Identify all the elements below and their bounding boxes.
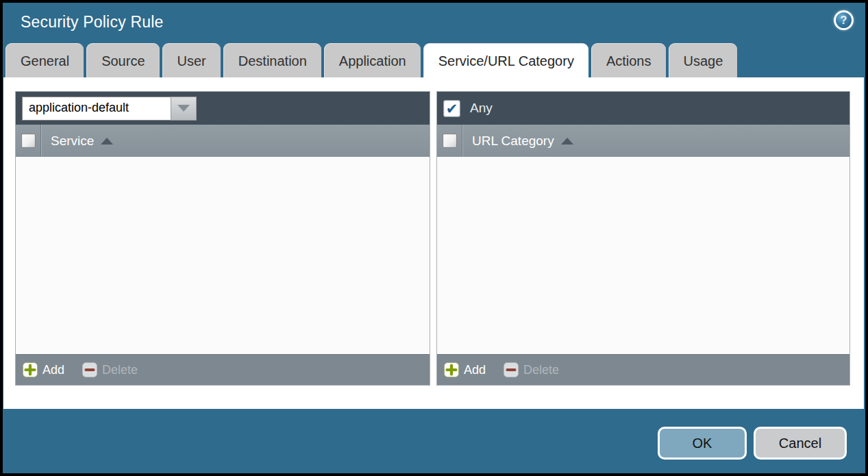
security-policy-rule-dialog: Security Policy Rule ? General Source Us… [3,3,865,473]
url-category-select-all-cell [437,125,462,157]
any-checkbox[interactable]: ✔ [443,100,460,117]
tab-source[interactable]: Source [86,43,159,77]
service-panel-footer: Add Delete [16,354,430,385]
service-type-dropdown-value[interactable]: application-default [22,97,171,121]
url-category-select-all-checkbox[interactable] [443,134,457,148]
service-panel: application-default Service [15,91,430,386]
dialog-title: Security Policy Rule [21,13,164,32]
service-select-all-checkbox[interactable] [21,134,36,148]
url-category-add-button[interactable]: Add [444,362,486,377]
tab-actions[interactable]: Actions [591,43,666,77]
plus-icon [23,362,38,377]
any-label: Any [470,101,493,116]
service-delete-button[interactable]: Delete [82,362,138,377]
url-category-list [437,157,850,354]
chevron-down-icon [177,105,190,112]
cancel-button[interactable]: Cancel [754,427,847,460]
url-category-delete-button[interactable]: Delete [504,362,559,377]
url-category-panel: ✔ Any URL Category [436,91,850,386]
dialog-titlebar: Security Policy Rule ? [3,3,865,43]
service-column-label: Service [51,134,94,149]
add-button-label: Add [464,363,486,377]
url-category-column-label: URL Category [472,134,554,149]
tab-service-url-category[interactable]: Service/URL Category [423,43,588,77]
delete-button-label: Delete [102,363,138,377]
tab-application[interactable]: Application [324,43,421,77]
column-separator [462,125,463,157]
column-separator [41,125,42,157]
tab-usage[interactable]: Usage [669,43,738,77]
sort-ascending-icon [101,138,113,145]
service-column-sort[interactable]: Service [51,134,113,149]
ok-button[interactable]: OK [658,427,747,460]
tab-user[interactable]: User [162,43,221,77]
tab-destination[interactable]: Destination [223,43,321,77]
service-type-dropdown-button[interactable] [171,97,197,121]
tab-strip: General Source User Destination Applicat… [5,43,737,77]
service-panel-header: application-default [16,92,430,125]
url-category-panel-footer: Add Delete [437,354,850,385]
add-button-label: Add [42,363,64,377]
url-category-column-sort[interactable]: URL Category [472,134,573,149]
tab-content-service-url-category: application-default Service [3,77,864,409]
service-add-button[interactable]: Add [23,362,64,377]
minus-icon [82,362,97,377]
url-category-panel-header: ✔ Any [437,92,850,125]
service-column-header: Service [16,125,430,157]
sort-ascending-icon [561,138,573,145]
help-icon[interactable]: ? [834,10,854,30]
any-row: ✔ Any [443,100,493,117]
url-category-column-header: URL Category [437,125,850,157]
delete-button-label: Delete [523,363,559,377]
tab-general[interactable]: General [5,43,84,77]
plus-icon [444,362,459,377]
minus-icon [504,362,519,377]
service-type-dropdown[interactable]: application-default [22,97,197,121]
service-list [16,157,430,354]
service-select-all-cell [16,125,41,157]
